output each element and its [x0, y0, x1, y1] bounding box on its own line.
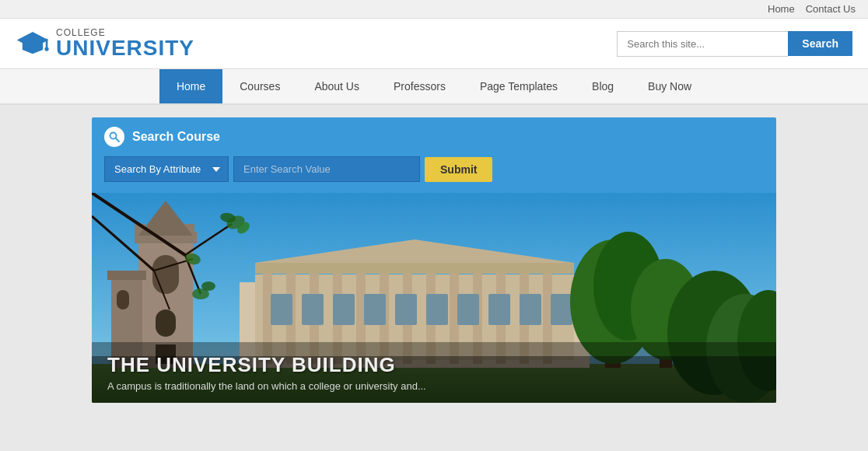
logo-university: UNIVERSITY: [56, 37, 194, 59]
svg-rect-40: [333, 294, 355, 325]
svg-rect-9: [152, 255, 179, 294]
nav-item-courses[interactable]: Courses: [222, 69, 297, 103]
site-search-input[interactable]: [617, 31, 788, 57]
search-course-title: Search Course: [132, 130, 220, 144]
header: COLLEGE UNIVERSITY Search: [0, 19, 868, 69]
nav-item-blog[interactable]: Blog: [575, 69, 631, 103]
svg-rect-16: [156, 309, 176, 337]
main-nav: Home Courses About Us Professors Page Te…: [0, 69, 868, 105]
svg-point-3: [44, 47, 48, 51]
main-content: Search Course Search By Attribute Submit: [0, 105, 868, 415]
svg-rect-45: [488, 294, 510, 325]
svg-rect-46: [520, 294, 541, 325]
nav-item-page-templates[interactable]: Page Templates: [463, 69, 575, 103]
svg-rect-38: [271, 294, 292, 325]
nav-item-about[interactable]: About Us: [297, 69, 376, 103]
svg-point-4: [110, 133, 117, 139]
nav-item-buy-now[interactable]: Buy Now: [631, 69, 709, 103]
svg-rect-44: [457, 294, 479, 325]
svg-rect-20: [117, 290, 129, 309]
search-value-input[interactable]: [233, 156, 420, 182]
nav-item-home[interactable]: Home: [159, 69, 222, 103]
logo-area: COLLEGE UNIVERSITY: [16, 26, 194, 61]
svg-rect-41: [364, 294, 386, 325]
svg-line-5: [116, 138, 119, 142]
svg-point-66: [201, 281, 215, 291]
search-course-bar: Search By Attribute Submit: [92, 156, 776, 193]
search-course-container: Search Course Search By Attribute Submit: [92, 117, 776, 403]
hero-overlay: THE UNIVERSITY BUILDING A campus is trad…: [92, 342, 776, 403]
topbar-home-link[interactable]: Home: [768, 3, 795, 15]
hero-section: THE UNIVERSITY BUILDING A campus is trad…: [92, 193, 776, 403]
svg-rect-36: [255, 263, 574, 274]
svg-rect-43: [426, 294, 448, 325]
site-search-button[interactable]: Search: [788, 31, 852, 56]
magnifier-icon: [109, 131, 120, 142]
hero-subtitle: A campus is traditionally the land on wh…: [107, 380, 761, 392]
svg-rect-19: [107, 271, 146, 280]
svg-rect-42: [395, 294, 417, 325]
search-course-header: Search Course: [92, 117, 776, 156]
svg-rect-47: [551, 294, 572, 325]
nav-item-professors[interactable]: Professors: [376, 69, 463, 103]
svg-rect-39: [302, 294, 324, 325]
graduation-cap-icon: [16, 26, 50, 61]
search-circle-icon: [104, 127, 124, 147]
submit-button[interactable]: Submit: [425, 157, 492, 182]
header-search-area: Search: [617, 31, 852, 57]
logo-text: COLLEGE UNIVERSITY: [56, 28, 194, 59]
topbar-contact-link[interactable]: Contact Us: [806, 3, 856, 15]
svg-rect-2: [46, 39, 48, 48]
attribute-select[interactable]: Search By Attribute: [104, 156, 229, 182]
hero-title: THE UNIVERSITY BUILDING: [107, 353, 761, 377]
top-bar: Home Contact Us: [0, 0, 868, 19]
